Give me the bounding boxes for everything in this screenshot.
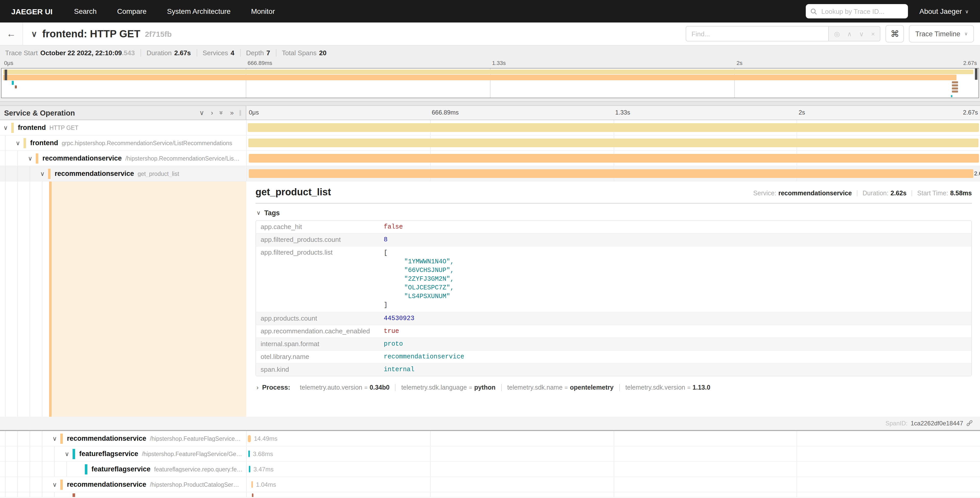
minimap-span-bar [3,70,973,74]
span-track: 1.04ms [246,477,980,492]
nav-item-search[interactable]: Search [74,7,97,15]
span-collapse-icon[interactable]: ∨ [24,155,36,162]
span-tree-cell[interactable]: ∨ recommendationservice /hipstershop.Pro… [0,477,246,492]
span-bar[interactable] [248,435,251,442]
nav-item-compare[interactable]: Compare [117,7,146,15]
span-collapse-icon[interactable]: ∨ [61,450,73,457]
span-collapse-icon[interactable]: ∨ [37,170,48,177]
trace-toolbar: ◎ ∧ ∨ × ⌘ Trace Timeline ∨ [686,25,974,42]
trace-view-selector[interactable]: Trace Timeline ∨ [909,25,974,42]
span-rows-top: ∨ frontend HTTP GET ∨ frontend grpc.hips… [0,120,980,182]
minimap-span-bar [952,81,958,83]
span-row-partial[interactable] [0,492,980,498]
service-color-accent [24,138,26,148]
process-field: telemetry.auto.version = 0.34b0 [294,384,395,391]
span-row-frontend-listrecs[interactable]: ∨ frontend grpc.hipstershop.Recommendati… [0,136,980,151]
service-color-accent [60,479,63,490]
span-bar[interactable] [249,169,974,178]
minimap-span-bar [952,91,958,93]
span-collapse-icon[interactable]: ∨ [0,124,11,131]
trace-id-lookup[interactable] [806,4,908,18]
tag-row: app.filtered_products.count 8 [256,233,971,246]
span-tree-cell[interactable]: ∨ recommendationservice /hipstershop.Rec… [0,151,246,166]
stat-depth: Depth 7 [240,49,270,57]
collapse-controls: ∨ › » » [199,109,234,117]
stat-services: Services 4 [196,49,234,57]
span-track: 3.68ms [246,446,980,461]
expand-one-icon[interactable]: › [211,109,213,117]
nav-item-system-architecture[interactable]: System Architecture [167,7,231,15]
trace-subheader: Trace Start October 22 2022, 22:10:09 .5… [0,46,980,101]
span-tree-cell[interactable]: ∨ recommendationservice /hipstershop.Fea… [0,431,246,446]
minimap-drag-handle-right[interactable] [975,69,977,80]
span-tree-cell[interactable]: ∨ featureflagservice /hipstershop.Featur… [0,446,246,461]
detail-left-fill [52,182,246,430]
span-id-value: 1ca2262df0e18447 [910,420,963,427]
span-row-ffsvc-getflag[interactable]: ∨ featureflagservice /hipstershop.Featur… [0,446,980,462]
span-track: 14.49ms [246,431,980,446]
span-track [246,492,980,497]
timeline-minimap[interactable] [1,68,979,98]
divider-band [0,101,980,106]
find-input[interactable] [686,26,829,42]
jaeger-trace-page: JAEGER UI Search Compare System Architec… [0,0,980,498]
copy-link-icon[interactable] [966,420,973,427]
process-section-toggle[interactable]: › Process: telemetry.auto.version = 0.34… [256,383,972,391]
minimap-span-bar [12,81,14,85]
trace-collapse-toggle[interactable]: ∨ [31,29,37,38]
jaeger-logo[interactable]: JAEGER UI [11,7,52,16]
tag-row: internal.span.format proto [256,337,971,350]
span-collapse-icon[interactable]: ∨ [49,481,60,488]
nav-item-monitor[interactable]: Monitor [251,7,275,15]
span-duration-label: 3.47ms [253,466,274,473]
span-duration-label: 2.62s [974,170,980,176]
chevron-down-icon: ∨ [256,210,261,216]
span-collapse-icon[interactable]: ∨ [12,139,24,147]
next-match-icon[interactable]: ∨ [859,30,864,38]
span-row-recsvc-productcatalog[interactable]: ∨ recommendationservice /hipstershop.Pro… [0,477,980,492]
keyboard-shortcuts-button[interactable]: ⌘ [886,25,904,42]
span-row-ffsvc-repoquery[interactable]: featureflagservice featureflagservice.re… [0,462,980,477]
about-jaeger-menu[interactable]: About Jaeger ∨ [920,7,969,15]
find-controls: ◎ ∧ ∨ × [829,26,881,42]
back-button[interactable]: ← [0,22,23,45]
span-collapse-icon[interactable]: ∨ [49,435,60,442]
focus-match-icon[interactable]: ◎ [834,30,840,38]
stat-duration: Duration 2.67s [140,49,191,57]
trace-id-short: 2f715fb [145,29,172,38]
expand-all-icon[interactable]: » [230,109,234,117]
tag-row: otel.library.name recommendationservice [256,350,971,363]
service-color-accent [73,493,75,498]
service-color-accent [11,123,14,132]
span-row-recsvc-listrecs[interactable]: ∨ recommendationservice /hipstershop.Rec… [0,151,980,166]
process-field: telemetry.sdk.name = opentelemetry [501,384,619,391]
span-row-recsvc-featureflag[interactable]: ∨ recommendationservice /hipstershop.Fea… [0,431,980,446]
span-bar[interactable] [248,123,979,132]
span-track: 3.47ms [246,462,980,477]
span-row-frontend-httpget[interactable]: ∨ frontend HTTP GET [0,120,980,136]
tags-section-toggle[interactable]: ∨ Tags [256,209,972,217]
span-tree-cell[interactable]: ∨ frontend HTTP GET [0,120,246,135]
process-field: telemetry.sdk.version = 1.13.0 [619,384,716,391]
clear-find-icon[interactable]: × [871,30,875,38]
span-bar[interactable] [251,481,253,488]
span-bar[interactable] [248,139,979,147]
prev-match-icon[interactable]: ∧ [847,30,852,38]
span-bar[interactable] [248,154,979,163]
tag-row: app.recommendation.cache_enabled true [256,325,971,337]
minimap-span-bar [952,85,958,86]
process-field: telemetry.sdk.language = python [395,384,501,391]
collapse-all-icon[interactable]: » [218,111,225,115]
collapse-one-icon[interactable]: ∨ [199,109,204,117]
span-tree-cell[interactable]: featureflagservice featureflagservice.re… [0,462,246,477]
span-tree-cell[interactable]: ∨ frontend grpc.hipstershop.Recommendati… [0,136,246,150]
span-tree-cell[interactable]: ∨ recommendationservice get_product_list [0,166,246,181]
span-bar[interactable] [252,493,253,497]
minimap-drag-handle-left[interactable] [5,70,7,80]
span-bar[interactable] [249,466,250,472]
tag-row: app.products.count 44530923 [256,312,971,325]
span-bar[interactable] [248,450,250,457]
column-resize-grip[interactable]: ∥ [239,109,242,116]
span-row-recsvc-getproductlist[interactable]: ∨ recommendationservice get_product_list… [0,166,980,182]
trace-id-lookup-input[interactable] [820,7,904,16]
